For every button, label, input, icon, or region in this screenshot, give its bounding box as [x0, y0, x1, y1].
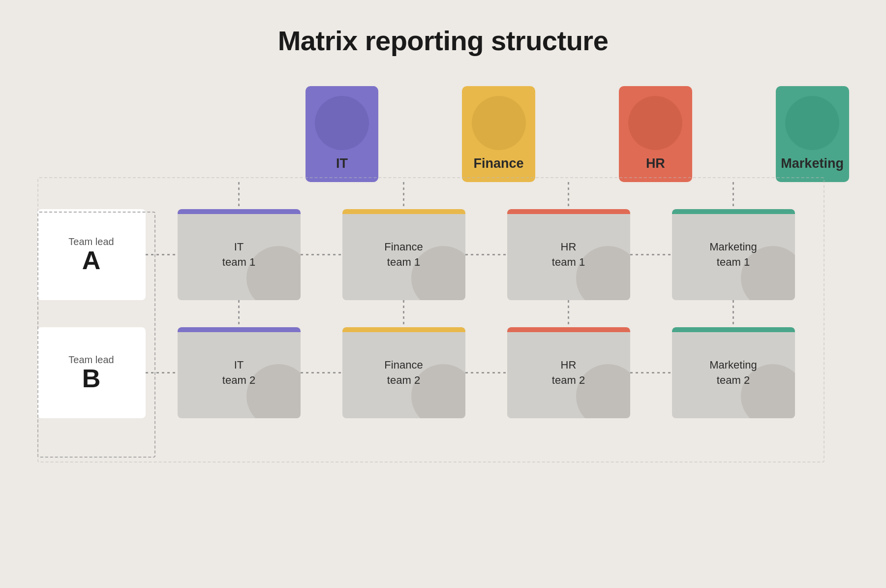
team1-to-team2-connectors	[37, 300, 849, 327]
team-row-b: Team lead B ITteam 2 Financeteam 2	[37, 327, 849, 418]
finance2-text: Financeteam 2	[384, 358, 423, 388]
team-card-it1: ITteam 1	[178, 209, 301, 300]
dept-row: IT Finance HR Marketing	[37, 86, 849, 182]
dept-avatar-finance	[472, 96, 526, 150]
dept-avatar-hr	[628, 96, 682, 150]
dept-card-marketing: Marketing	[776, 86, 849, 182]
team-lead-b: Team lead B	[37, 327, 146, 418]
team-card-finance2: Financeteam 2	[342, 327, 465, 418]
team-row-a: Team lead A ITteam 1 Financeteam 1	[37, 209, 849, 300]
dept-avatar-marketing	[785, 96, 839, 150]
it2-text: ITteam 2	[222, 358, 255, 388]
finance1-text: Financeteam 1	[384, 240, 423, 270]
dept-label-finance: Finance	[474, 156, 524, 171]
diagram: IT Finance HR Marketing	[37, 86, 849, 418]
dept-avatar-it	[315, 96, 369, 150]
page-title: Matrix reporting structure	[278, 25, 609, 57]
hr1-top-bar	[507, 209, 630, 214]
it1-to-finance1-connector	[301, 254, 342, 255]
it2-to-finance2-connector	[301, 372, 342, 373]
finance2-to-hr2-connector	[465, 372, 507, 373]
dept-card-hr: HR	[619, 86, 692, 182]
marketing2-text: Marketingteam 2	[709, 358, 757, 388]
marketing1-top-bar	[672, 209, 795, 214]
dept-to-team1-connectors	[37, 182, 849, 209]
lead-b-letter: B	[82, 366, 101, 391]
lead-b-to-it2-connector	[146, 372, 178, 373]
it1-top-bar	[178, 209, 301, 214]
team-card-marketing2: Marketingteam 2	[672, 327, 795, 418]
hr-vert-conn1	[507, 182, 630, 209]
hr-vert-conn2	[507, 300, 630, 327]
it-vert-conn2	[178, 300, 301, 327]
marketing-vert-conn1	[672, 182, 795, 209]
it1-text: ITteam 1	[222, 240, 255, 270]
lead-a-letter: A	[82, 248, 101, 273]
marketing-vert-conn2	[672, 300, 795, 327]
lead-a-to-it1-connector	[146, 254, 178, 255]
team-card-finance1: Financeteam 1	[342, 209, 465, 300]
finance-vert-conn1	[342, 182, 465, 209]
dept-card-finance: Finance	[462, 86, 535, 182]
marketing1-text: Marketingteam 1	[709, 240, 757, 270]
hr2-top-bar	[507, 327, 630, 332]
team-lead-a: Team lead A	[37, 209, 146, 300]
finance-vert-conn2	[342, 300, 465, 327]
hr1-to-marketing1-connector	[630, 254, 672, 255]
dept-label-marketing: Marketing	[781, 156, 844, 171]
team-card-marketing1: Marketingteam 1	[672, 209, 795, 300]
finance1-top-bar	[342, 209, 465, 214]
hr2-to-marketing2-connector	[630, 372, 672, 373]
team-card-hr1: HRteam 1	[507, 209, 630, 300]
hr2-text: HRteam 2	[552, 358, 585, 388]
finance1-to-hr1-connector	[465, 254, 507, 255]
finance2-top-bar	[342, 327, 465, 332]
team-card-it2: ITteam 2	[178, 327, 301, 418]
it-vert-conn1	[178, 182, 301, 209]
marketing2-top-bar	[672, 327, 795, 332]
dept-card-it: IT	[306, 86, 379, 182]
dept-label-it: IT	[336, 156, 348, 171]
it2-top-bar	[178, 327, 301, 332]
team-card-hr2: HRteam 2	[507, 327, 630, 418]
hr1-text: HRteam 1	[552, 240, 585, 270]
dept-label-hr: HR	[646, 156, 665, 171]
